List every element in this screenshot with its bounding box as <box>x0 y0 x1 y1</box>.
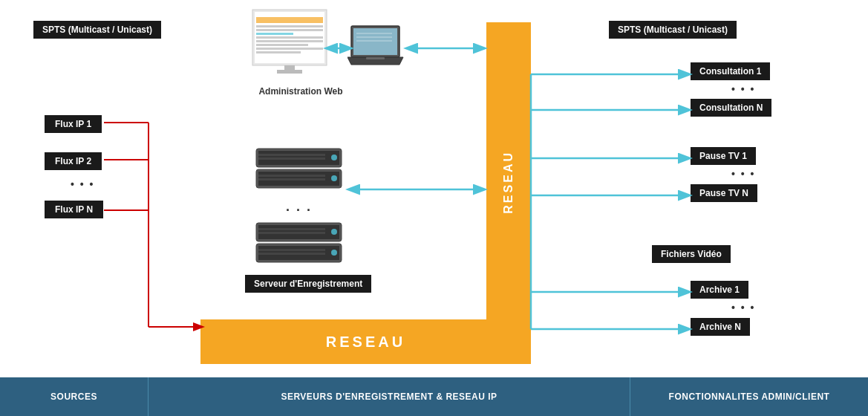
footer-fonctionnalites: FONCTIONNALITES ADMIN/CLIENT <box>630 377 868 416</box>
svg-rect-8 <box>256 44 308 46</box>
reseau-bottom-bar: RESEAU <box>200 319 531 364</box>
consultation-dots: • • • <box>731 83 755 95</box>
svg-rect-9 <box>256 48 323 50</box>
flux-ip-1-box: Flux IP 1 <box>45 115 102 133</box>
server-dots: . . . <box>286 199 312 215</box>
archive-n-label: Archive N <box>691 318 750 336</box>
serveur-label: Serveur d'Enregistrement <box>245 275 371 293</box>
reseau-vertical-bar: RESEAU <box>486 22 531 342</box>
flux-ip-n-box: Flux IP N <box>45 201 103 218</box>
svg-rect-23 <box>258 154 325 156</box>
pause-tv-1-label: Pause TV 1 <box>691 147 756 165</box>
svg-rect-4 <box>256 29 323 31</box>
svg-point-22 <box>331 155 337 160</box>
footer-sources: SOURCES <box>0 377 149 416</box>
server-2-icon <box>252 219 349 271</box>
svg-rect-10 <box>256 51 301 53</box>
admin-web-label: Administration Web <box>245 86 356 97</box>
flux-ip-2-box: Flux IP 2 <box>45 152 102 170</box>
svg-rect-2 <box>256 17 323 23</box>
svg-rect-24 <box>258 157 325 160</box>
archive-dots: • • • <box>731 302 755 313</box>
consultation-n-label: Consultation N <box>691 99 771 117</box>
admin-web-screen-icon <box>249 6 353 80</box>
svg-rect-39 <box>258 253 325 255</box>
admin-web-area: Administration Web <box>245 6 356 97</box>
svg-rect-5 <box>256 33 293 35</box>
archive-1-label: Archive 1 <box>691 281 748 299</box>
footer: SOURCES SERVEURS D'ENREGISTREMENT & RESE… <box>0 377 868 416</box>
svg-rect-7 <box>256 40 323 42</box>
svg-point-32 <box>331 229 337 235</box>
svg-point-37 <box>331 250 337 256</box>
svg-rect-29 <box>258 178 325 181</box>
svg-rect-33 <box>258 228 325 230</box>
spts-left-label: SPTS (Multicast / Unicast) <box>33 21 161 39</box>
svg-rect-38 <box>258 249 325 251</box>
svg-rect-19 <box>366 57 385 59</box>
footer-servers: SERVEURS D'ENREGISTREMENT & RESEAU IP <box>149 377 630 416</box>
svg-rect-34 <box>258 232 325 234</box>
pause-tv-n-label: Pause TV N <box>691 184 757 202</box>
svg-rect-28 <box>258 175 325 177</box>
diagram: RESEAU RESEAU SPTS (Multicast / Unicast)… <box>0 0 868 377</box>
laptop-icon <box>347 22 407 74</box>
svg-rect-12 <box>277 70 302 74</box>
pausetv-dots: • • • <box>731 168 755 180</box>
fichiers-video-label: Fichiers Vidéo <box>652 245 731 263</box>
svg-rect-15 <box>353 28 397 55</box>
svg-rect-3 <box>256 25 323 27</box>
svg-rect-6 <box>256 36 323 39</box>
flux-dots: • • • <box>71 178 94 190</box>
spts-right-label: SPTS (Multicast / Unicast) <box>609 21 737 39</box>
svg-point-27 <box>331 175 337 181</box>
server-1-icon <box>252 145 349 197</box>
consultation-1-label: Consultation 1 <box>691 62 770 80</box>
